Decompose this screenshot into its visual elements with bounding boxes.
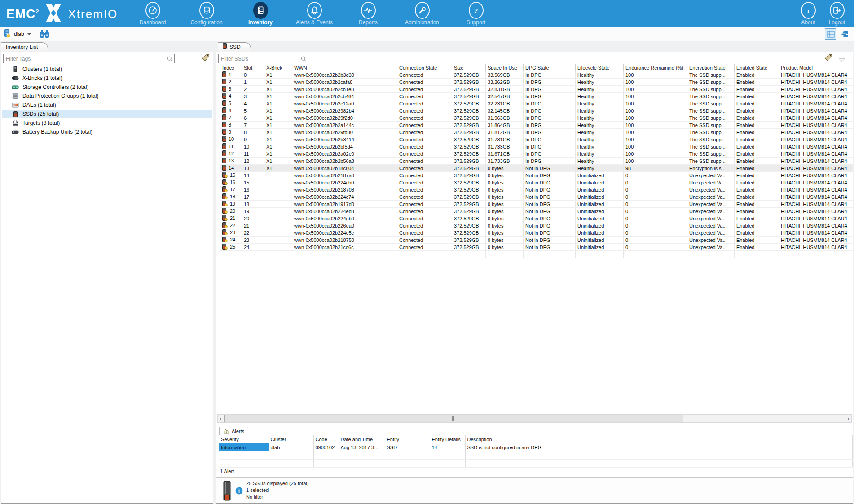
scroll-left-arrow[interactable]: ‹ — [218, 415, 224, 422]
ssd-icon — [222, 71, 226, 78]
tab-inventory-list[interactable]: Inventory List — [1, 42, 48, 52]
sidebar-item-data-protection-groups[interactable]: Data Protection Groups (1 total) — [2, 92, 212, 101]
table-row[interactable]: 98X1wwn-0x5000cca02b29fd30Connected372.5… — [220, 129, 853, 136]
tab-alerts[interactable]: Alerts — [219, 427, 248, 435]
bell-icon — [307, 2, 322, 19]
table-row[interactable]: 43X1wwn-0x5000cca02b2cb464Connected372.5… — [220, 93, 853, 100]
dae-icon — [12, 102, 19, 108]
tab-ssd[interactable]: SSD — [218, 42, 251, 52]
table-row[interactable]: 65X1wwn-0x5000cca02b2982b4Connected372.5… — [220, 107, 853, 114]
search-clusters-button[interactable] — [40, 30, 49, 39]
table-row[interactable]: 54X1wwn-0x5000cca02b2c12a0Connected372.5… — [220, 100, 853, 107]
grid-view-toggle[interactable] — [825, 28, 836, 40]
table-row[interactable]: 1918wwn-0x5000cca02b1917d0Connected372.5… — [220, 201, 853, 208]
toolbar: dlab — [0, 27, 854, 41]
nav-alerts-events[interactable]: Alerts & Events — [287, 0, 341, 27]
table-row[interactable]: 2322wwn-0x5000cca02b224e5cConnected372.5… — [220, 229, 853, 237]
sidebar-item-targets[interactable]: Targets (8 total) — [2, 118, 212, 127]
ssd-table-header: IndexSlotX-BrickWWNConnection StateSizeS… — [220, 64, 853, 71]
column-header-description[interactable]: Description — [465, 435, 853, 443]
table-row[interactable]: 76X1wwn-0x5000cca02b29f2d0Connected372.5… — [220, 114, 853, 122]
column-header-code[interactable]: Code — [313, 435, 339, 443]
column-header-severity[interactable]: Severity — [219, 435, 269, 443]
table-row[interactable]: 2423wwn-0x5000cca02b218750Connected372.5… — [220, 237, 853, 244]
table-row[interactable]: 1413X1wwn-0x5000cca02b18c804Connected372… — [220, 165, 853, 172]
table-row[interactable]: 109X1wwn-0x5000cca02b2b3414Connected372.… — [220, 136, 853, 143]
tag-icon[interactable] — [824, 54, 832, 63]
table-row[interactable]: 1211X1wwn-0x5000cca02b2a02e0Connected372… — [220, 150, 853, 158]
table-row[interactable]: 2120wwn-0x5000cca02b224eb0Connected372.5… — [220, 215, 853, 222]
nav-inventory[interactable]: Inventory — [233, 0, 287, 27]
ssd-icon — [223, 43, 227, 52]
table-row[interactable]: 1716wwn-0x5000cca02b218708Connected372.5… — [220, 186, 853, 193]
table-row[interactable]: 87X1wwn-0x5000cca02b2a144cConnected372.5… — [220, 122, 853, 129]
filter-ssds-input[interactable] — [218, 54, 308, 63]
column-header-enabled-state[interactable]: Enabled State — [735, 64, 779, 71]
column-header-encryption-state[interactable]: Encryption State — [687, 64, 735, 71]
emc-logo: EMC2 — [6, 7, 39, 21]
nav-administration[interactable]: Administration — [395, 0, 449, 27]
ssd-icon — [222, 114, 226, 121]
column-header-entity[interactable]: Entity — [385, 435, 430, 443]
table-row[interactable]: 1514wwn-0x5000cca02b2187a0Connected372.5… — [220, 172, 853, 179]
dpg-icon — [12, 93, 19, 99]
nav-reports[interactable]: Reports — [341, 0, 395, 27]
nav-logout[interactable]: Logout — [823, 0, 851, 27]
column-header-dpg-state[interactable]: DPG State — [524, 64, 576, 71]
filter-tags-input[interactable] — [3, 54, 175, 63]
table-row[interactable]: 1817wwn-0x5000cca02b224c74Connected372.5… — [220, 193, 853, 201]
table-row[interactable]: 1110X1wwn-0x5000cca02b2bf5d4Connected372… — [220, 143, 853, 150]
tag-icon[interactable] — [202, 54, 210, 63]
sidebar-item-storage-controllers[interactable]: Storage Controllers (2 total) — [2, 83, 212, 92]
column-header-date-and-time[interactable]: Date and Time — [339, 435, 385, 443]
column-header-entity-details[interactable]: Entity Details — [430, 435, 465, 443]
column-header-connection-state[interactable]: Connection State — [397, 64, 452, 71]
scrollbar-track[interactable] — [224, 415, 845, 422]
column-header-wwn[interactable]: WWN — [292, 64, 397, 71]
scrollbar-thumb[interactable] — [224, 415, 683, 422]
server-icon — [253, 2, 268, 19]
column-header-product-model[interactable]: Product Model — [779, 64, 853, 71]
table-row[interactable]: 2524wwn-0x5000cca02b21cd6cConnected372.5… — [220, 244, 853, 251]
nav-support[interactable]: ? Support — [449, 0, 503, 27]
ssd-warning-icon — [222, 222, 228, 229]
table-row[interactable]: 32X1wwn-0x5000cca02b2cb1e8Connected372.5… — [220, 86, 853, 93]
column-header-lifecycle-state[interactable]: Lifecycle State — [576, 64, 624, 71]
table-row[interactable]: 1312X1wwn-0x5000cca02b2b56a8Connected372… — [220, 158, 853, 165]
ssd-warning-icon — [222, 208, 228, 215]
column-header-space-in-use[interactable]: Space In Use — [486, 64, 524, 71]
ssd-warning-icon — [222, 186, 228, 193]
inventory-list-body: Clusters (1 total) X-Bricks (1 total) St… — [1, 52, 213, 504]
cascade-view-toggle[interactable] — [839, 28, 850, 40]
scroll-right-arrow[interactable]: › — [845, 415, 851, 422]
info-circle-icon: i — [801, 2, 816, 19]
column-header-size[interactable]: Size — [452, 64, 486, 71]
table-row[interactable]: 1615wwn-0x5000cca02b224cb0Connected372.5… — [220, 179, 853, 186]
sidebar-item-ssds[interactable]: SSDs (25 total) — [2, 110, 212, 118]
table-row[interactable]: 21X1wwn-0x5000cca02b2cafa8Connected372.5… — [220, 79, 853, 86]
sidebar-item-daes[interactable]: DAEs (1 total) — [2, 101, 212, 110]
table-row[interactable]: 10X1wwn-0x5000cca02b2b3d30Connected372.5… — [220, 71, 853, 79]
ssd-table: IndexSlotX-BrickWWNConnection StateSizeS… — [220, 64, 853, 258]
table-row[interactable]: 2221wwn-0x5000cca02b226ea0Connected372.5… — [220, 222, 853, 229]
column-header-endurance-remaining[interactable]: Endurance Remaining (%) — [624, 64, 687, 71]
ssd-warning-icon — [222, 244, 228, 250]
sidebar-item-battery-backup-units[interactable]: Battery Backup Units (2 total) — [2, 127, 212, 136]
nav-dashboard[interactable]: Dashboard — [126, 0, 180, 27]
sidebar-item-x-bricks[interactable]: X-Bricks (1 total) — [2, 74, 212, 83]
ssd-icon — [222, 107, 226, 114]
alert-row[interactable]: Informationdlab0900102Aug 13, 2017 3...S… — [219, 443, 853, 451]
column-header-cluster[interactable]: Cluster — [269, 435, 313, 443]
view-toggles — [825, 28, 850, 40]
cluster-selector[interactable]: dlab — [4, 29, 31, 39]
chevron-down-icon[interactable] — [839, 56, 845, 64]
column-header-slot[interactable]: Slot — [242, 64, 264, 71]
column-header-x-brick[interactable]: X-Brick — [264, 64, 292, 71]
table-row[interactable]: 2019wwn-0x5000cca02b224ed8Connected372.5… — [220, 208, 853, 215]
horizontal-scrollbar[interactable]: ‹ › — [217, 414, 852, 423]
nav-about[interactable]: i About — [794, 0, 823, 27]
nav-configuration[interactable]: Configuration — [180, 0, 233, 27]
column-header-index[interactable]: Index — [220, 64, 242, 71]
ssd-icon — [222, 165, 226, 171]
sidebar-item-clusters[interactable]: Clusters (1 total) — [2, 65, 212, 74]
